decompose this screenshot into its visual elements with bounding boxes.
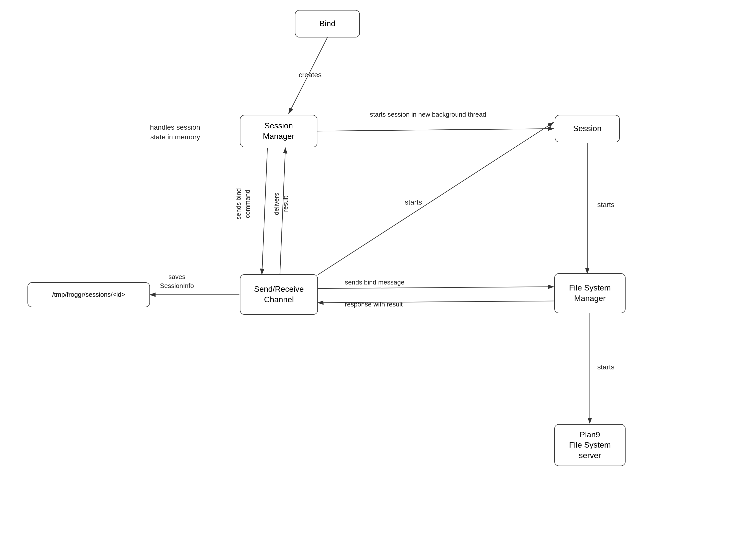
label-creates: creates — [299, 70, 322, 80]
svg-line-10 — [318, 122, 554, 275]
session-manager-box: Session Manager — [240, 115, 317, 147]
diagram-container: Bind Session Manager Session Send/Receiv… — [0, 0, 756, 546]
label-starts2: starts — [597, 200, 614, 210]
label-saves-session: saves SessionInfo — [160, 272, 194, 290]
bind-box: Bind — [295, 10, 360, 37]
svg-line-8 — [318, 287, 554, 288]
label-response-result: response with result — [345, 300, 403, 309]
label-delivers-result: delivers result — [272, 193, 290, 215]
arrows-svg — [0, 0, 756, 546]
label-sends-bind-msg: sends bind message — [345, 278, 404, 287]
label-starts3: starts — [597, 362, 614, 372]
svg-line-3 — [317, 129, 554, 131]
label-handles-session: handles session state in memory — [150, 122, 200, 142]
label-starts-session: starts session in new background thread — [370, 110, 486, 119]
filesystem-manager-box: File System Manager — [554, 273, 626, 313]
tmp-path-box: /tmp/froggr/sessions/<id> — [27, 282, 150, 307]
send-receive-box: Send/Receive Channel — [240, 274, 318, 315]
svg-line-4 — [262, 148, 267, 274]
label-starts1: starts — [405, 197, 422, 207]
plan9-box: Plan9 File System server — [554, 424, 626, 466]
label-sends-bind: sends bind command — [234, 188, 252, 220]
session-box: Session — [555, 115, 620, 142]
